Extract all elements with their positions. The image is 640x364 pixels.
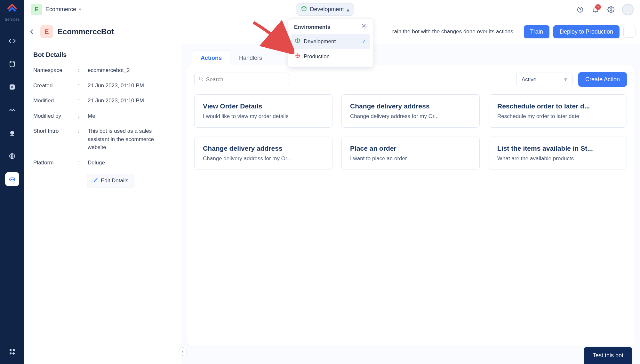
- env-settings-icon[interactable]: [361, 23, 367, 31]
- gear-icon[interactable]: [607, 5, 615, 14]
- action-card[interactable]: Change delivery addressChange delivery a…: [341, 94, 480, 128]
- tab-handlers[interactable]: Handlers: [230, 51, 271, 65]
- bell-icon[interactable]: 1: [591, 5, 600, 14]
- detail-value: Deluge: [88, 159, 172, 167]
- rail-apps-icon[interactable]: [5, 345, 19, 359]
- svg-rect-6: [10, 178, 15, 181]
- edit-details-button[interactable]: Edit Details: [87, 174, 134, 187]
- workspace-caret-icon[interactable]: ▾: [79, 6, 81, 12]
- env-option-production[interactable]: Production: [291, 49, 370, 64]
- workspace-initial: E: [31, 4, 42, 15]
- env-dropdown-button[interactable]: Development ▴: [296, 3, 354, 16]
- card-title: Reschedule order to later d...: [497, 102, 618, 110]
- card-title: View Order Details: [203, 102, 324, 110]
- rail-bot-icon[interactable]: [5, 172, 19, 186]
- card-desc: Change delivery address for my Or...: [203, 155, 324, 162]
- rail-camera-icon[interactable]: [5, 126, 19, 140]
- create-action-button[interactable]: Create Action: [578, 72, 627, 87]
- cube-icon: [301, 5, 307, 13]
- svg-point-7: [11, 179, 12, 180]
- bot-details-panel: Bot Details Namespace:ecommercebot_2 Cre…: [24, 44, 181, 364]
- svg-point-8: [13, 179, 13, 180]
- pencil-icon: [93, 177, 98, 184]
- filter-value: Active: [522, 76, 536, 83]
- services-label: Services: [5, 17, 20, 22]
- card-desc: What are the available products: [497, 155, 618, 162]
- detail-key: Namespace: [33, 66, 78, 75]
- chevron-up-icon: ▴: [347, 6, 349, 13]
- svg-point-17: [199, 77, 202, 80]
- detail-value: This bot is used as a sales assistant in…: [88, 127, 172, 152]
- env-option-label: Production: [304, 53, 330, 60]
- detail-key: Short Intro: [33, 127, 78, 152]
- detail-value: ecommercebot_2: [88, 66, 172, 75]
- deploy-button[interactable]: Deploy to Production: [553, 25, 620, 38]
- detail-key: Modified: [33, 97, 78, 105]
- cube-icon: [295, 38, 300, 45]
- train-button[interactable]: Train: [524, 25, 549, 38]
- card-title: List the items available in St...: [497, 145, 618, 152]
- edit-label: Edit Details: [101, 178, 128, 184]
- services-rail: Services #: [0, 0, 24, 364]
- search-input-wrapper[interactable]: [194, 73, 289, 86]
- card-title: Change delivery address: [203, 145, 324, 152]
- card-desc: Reschedule my order to later date: [497, 113, 618, 120]
- notif-badge: 1: [595, 4, 601, 10]
- card-desc: I want to place an order: [350, 155, 471, 162]
- detail-key: Created: [33, 82, 78, 90]
- rail-hash-icon[interactable]: #: [5, 80, 19, 94]
- back-button[interactable]: [28, 27, 36, 36]
- check-icon: ✓: [362, 38, 366, 45]
- env-label: Development: [310, 6, 344, 13]
- action-card[interactable]: List the items available in St...What ar…: [489, 137, 627, 170]
- svg-rect-9: [10, 349, 12, 351]
- page-title: EcommerceBot: [58, 27, 114, 36]
- tab-actions[interactable]: Actions: [192, 51, 230, 65]
- svg-text:#: #: [11, 85, 13, 89]
- brand-logo: [6, 3, 19, 15]
- card-desc: I would like to view my order details: [203, 113, 324, 120]
- svg-point-13: [580, 11, 580, 11]
- card-title: Change delivery address: [350, 102, 471, 110]
- details-heading: Bot Details: [33, 51, 172, 59]
- search-icon: [198, 76, 204, 83]
- search-input[interactable]: [206, 76, 285, 83]
- card-title: Place an order: [350, 145, 471, 152]
- collapse-panel-icon[interactable]: ‹: [179, 347, 187, 356]
- svg-point-3: [10, 131, 14, 135]
- chevron-down-icon: ▾: [564, 76, 567, 83]
- more-icon[interactable]: ⋯: [623, 26, 636, 38]
- workspace-name[interactable]: Ecommerce: [45, 6, 76, 13]
- action-card[interactable]: Reschedule order to later d...Reschedule…: [489, 94, 627, 128]
- test-bot-button[interactable]: Test this bot: [584, 347, 632, 364]
- rail-globe-icon[interactable]: [5, 149, 19, 163]
- detail-key: Modified by: [33, 112, 78, 120]
- status-filter-select[interactable]: Active ▾: [516, 73, 572, 86]
- rail-db-icon[interactable]: [5, 57, 19, 71]
- env-dd-title: Environments: [294, 24, 330, 30]
- env-dropdown: Environments Development ✓ Production: [288, 19, 373, 67]
- help-icon[interactable]: [576, 5, 584, 14]
- bot-initial: E: [40, 25, 53, 38]
- svg-point-0: [10, 61, 14, 63]
- svg-rect-11: [10, 352, 12, 354]
- rail-flow-icon[interactable]: [5, 103, 19, 117]
- action-card[interactable]: Change delivery addressChange delivery a…: [194, 137, 332, 170]
- action-card[interactable]: Place an orderI want to place an order: [341, 137, 480, 170]
- top-bar: E Ecommerce ▾ Development ▴ 1: [24, 0, 640, 19]
- detail-value: Me: [88, 112, 172, 120]
- svg-point-14: [610, 9, 612, 11]
- card-desc: Change delivery address for my Or...: [350, 113, 471, 120]
- svg-rect-10: [13, 349, 15, 351]
- action-card[interactable]: View Order DetailsI would like to view m…: [194, 94, 332, 128]
- env-option-development[interactable]: Development ✓: [291, 34, 370, 49]
- main-area: Actions Handlers Active ▾ Create Action …: [181, 44, 640, 364]
- env-option-label: Development: [304, 38, 336, 45]
- detail-value: 21 Jun 2023, 01:10 PM: [88, 97, 172, 105]
- globe-icon: [295, 53, 300, 60]
- rail-code-icon[interactable]: [5, 34, 19, 48]
- svg-rect-4: [10, 135, 14, 136]
- avatar[interactable]: [622, 4, 634, 15]
- detail-value: 21 Jun 2023, 01:10 PM: [88, 82, 172, 90]
- svg-point-15: [364, 26, 365, 27]
